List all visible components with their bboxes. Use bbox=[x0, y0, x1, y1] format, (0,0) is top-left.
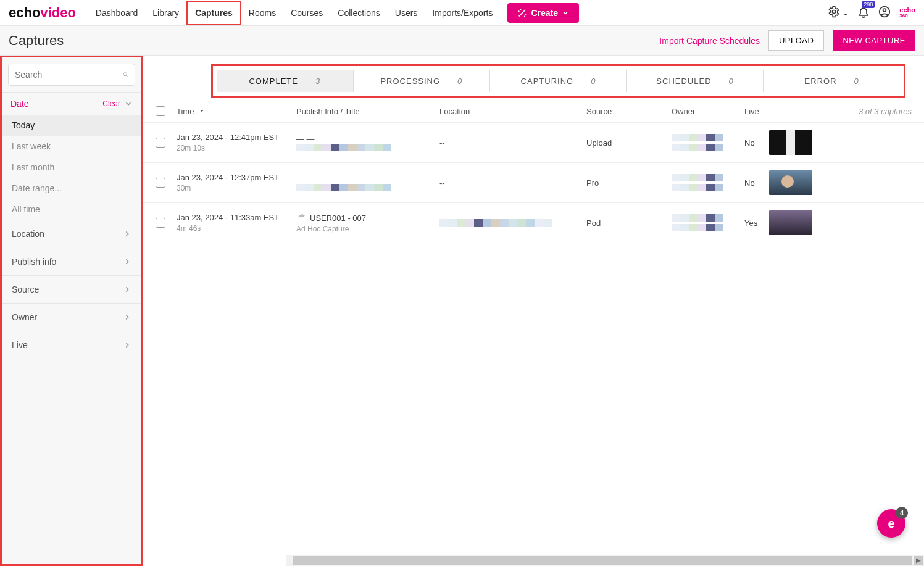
redacted-content bbox=[672, 144, 744, 151]
capture-thumbnail[interactable] bbox=[769, 170, 812, 195]
select-all-checkbox[interactable] bbox=[156, 106, 165, 116]
row-checkbox[interactable] bbox=[156, 138, 165, 148]
date-option-last-month[interactable]: Last month bbox=[2, 157, 141, 178]
status-tab-complete[interactable]: COMPLETE3 bbox=[217, 70, 354, 92]
horizontal-scrollbar[interactable]: ▶ bbox=[286, 555, 924, 566]
capture-thumbnail[interactable] bbox=[769, 210, 812, 235]
scroll-right-arrow[interactable]: ▶ bbox=[914, 556, 923, 565]
new-capture-button[interactable]: NEW CAPTURE bbox=[833, 30, 915, 51]
nav-rooms[interactable]: Rooms bbox=[241, 2, 283, 24]
filter-sidebar: Date Clear TodayLast weekLast monthDate … bbox=[0, 56, 143, 566]
nav-dashboard[interactable]: Dashboard bbox=[88, 2, 146, 24]
page-title: Captures bbox=[9, 33, 64, 49]
account-button[interactable] bbox=[878, 6, 891, 20]
status-tabs: COMPLETE3PROCESSING0CAPTURING0SCHEDULED0… bbox=[211, 64, 905, 98]
caret-down-icon bbox=[843, 12, 849, 18]
cell-source: Upload bbox=[586, 138, 672, 148]
search-input[interactable] bbox=[15, 70, 123, 80]
table-row[interactable]: Jan 23, 2024 - 12:41pm EST20m 10s— —--Up… bbox=[143, 123, 924, 163]
cell-owner bbox=[672, 174, 744, 191]
table-body: Jan 23, 2024 - 12:41pm EST20m 10s— —--Up… bbox=[143, 123, 924, 243]
date-option-date-range---[interactable]: Date range... bbox=[2, 178, 141, 199]
search-box[interactable] bbox=[8, 64, 135, 86]
status-tab-error[interactable]: ERROR0 bbox=[764, 70, 900, 92]
table-row[interactable]: Jan 23, 2024 - 12:37pm EST30m— —--ProNo bbox=[143, 163, 924, 203]
settings-button[interactable] bbox=[828, 6, 849, 20]
status-tab-processing[interactable]: PROCESSING0 bbox=[354, 70, 491, 92]
nav-links: DashboardLibraryCapturesRoomsCoursesColl… bbox=[88, 1, 501, 25]
nav-library[interactable]: Library bbox=[145, 2, 186, 24]
cell-live: No bbox=[744, 178, 769, 188]
nav-courses[interactable]: Courses bbox=[283, 2, 330, 24]
facet-live[interactable]: Live bbox=[2, 331, 141, 359]
brand-part1: echo bbox=[9, 5, 40, 20]
notifications-button[interactable]: 298 bbox=[857, 6, 870, 20]
svg-point-2 bbox=[883, 9, 886, 12]
facet-location[interactable]: Location bbox=[2, 220, 141, 248]
main-area: COMPLETE3PROCESSING0CAPTURING0SCHEDULED0… bbox=[143, 56, 924, 566]
cell-time: Jan 23, 2024 - 11:33am EST4m 46s bbox=[177, 213, 296, 233]
search-wrap bbox=[2, 57, 141, 92]
col-location[interactable]: Location bbox=[439, 107, 586, 116]
filter-date-label: Date bbox=[10, 99, 29, 109]
redacted-content bbox=[439, 219, 586, 227]
cell-live: Yes bbox=[744, 218, 769, 228]
search-icon bbox=[123, 69, 128, 80]
sort-desc-icon bbox=[199, 108, 205, 114]
status-tab-capturing[interactable]: CAPTURING0 bbox=[490, 70, 627, 92]
upload-button[interactable]: UPLOAD bbox=[768, 30, 824, 51]
import-schedules-link[interactable]: Import Capture Schedules bbox=[659, 36, 760, 46]
nav-users[interactable]: Users bbox=[388, 2, 425, 24]
wand-icon bbox=[517, 8, 527, 18]
redacted-content bbox=[672, 224, 744, 231]
col-source[interactable]: Source bbox=[586, 107, 672, 116]
help-fab[interactable]: e 4 bbox=[877, 509, 905, 538]
chevron-right-icon bbox=[123, 313, 131, 322]
facet-source[interactable]: Source bbox=[2, 275, 141, 303]
cell-source: Pro bbox=[586, 178, 672, 188]
col-live[interactable]: Live bbox=[744, 107, 769, 116]
cell-live: No bbox=[744, 138, 769, 148]
gear-icon bbox=[828, 6, 840, 18]
chevron-right-icon bbox=[123, 230, 131, 238]
facet-list: LocationPublish infoSourceOwnerLive bbox=[2, 220, 141, 359]
cell-owner bbox=[672, 134, 744, 151]
col-owner[interactable]: Owner bbox=[672, 107, 744, 116]
date-option-all-time[interactable]: All time bbox=[2, 199, 141, 220]
redacted-content bbox=[672, 174, 744, 181]
chevron-right-icon bbox=[123, 285, 131, 294]
col-time[interactable]: Time bbox=[177, 107, 296, 116]
fab-badge: 4 bbox=[896, 507, 908, 519]
status-tab-scheduled[interactable]: SCHEDULED0 bbox=[627, 70, 764, 92]
date-option-last-week[interactable]: Last week bbox=[2, 136, 141, 157]
nav-collections[interactable]: Collections bbox=[330, 2, 387, 24]
nav-captures[interactable]: Captures bbox=[186, 1, 241, 25]
cell-location: -- bbox=[439, 178, 586, 188]
filter-date-header[interactable]: Date Clear bbox=[2, 92, 141, 115]
chevron-right-icon bbox=[123, 341, 131, 349]
nav-imports-exports[interactable]: Imports/Exports bbox=[425, 2, 500, 24]
share-icon bbox=[296, 214, 306, 223]
capture-thumbnail[interactable] bbox=[769, 130, 812, 155]
cell-source: Pod bbox=[586, 218, 672, 228]
svg-point-3 bbox=[123, 73, 127, 76]
status-tabs-wrap: COMPLETE3PROCESSING0CAPTURING0SCHEDULED0… bbox=[143, 56, 924, 101]
top-nav: echovideo DashboardLibraryCapturesRoomsC… bbox=[0, 0, 924, 26]
body: Date Clear TodayLast weekLast monthDate … bbox=[0, 56, 924, 566]
col-publish[interactable]: Publish Info / Title bbox=[296, 107, 439, 116]
row-checkbox[interactable] bbox=[156, 178, 165, 188]
scrollbar-thumb[interactable] bbox=[293, 556, 912, 565]
redacted-content bbox=[672, 214, 744, 222]
header-actions: Import Capture Schedules UPLOAD NEW CAPT… bbox=[659, 30, 915, 51]
date-option-today[interactable]: Today bbox=[2, 115, 141, 136]
create-button[interactable]: Create bbox=[507, 3, 579, 23]
cell-time: Jan 23, 2024 - 12:41pm EST20m 10s bbox=[177, 133, 296, 152]
facet-publish-info[interactable]: Publish info bbox=[2, 248, 141, 275]
filter-clear[interactable]: Clear bbox=[102, 99, 133, 108]
facet-owner[interactable]: Owner bbox=[2, 303, 141, 331]
user-icon bbox=[878, 6, 891, 18]
cell-owner bbox=[672, 214, 744, 231]
row-checkbox[interactable] bbox=[156, 218, 165, 228]
svg-point-0 bbox=[832, 10, 835, 13]
table-row[interactable]: Jan 23, 2024 - 11:33am EST4m 46sUSER001 … bbox=[143, 203, 924, 243]
